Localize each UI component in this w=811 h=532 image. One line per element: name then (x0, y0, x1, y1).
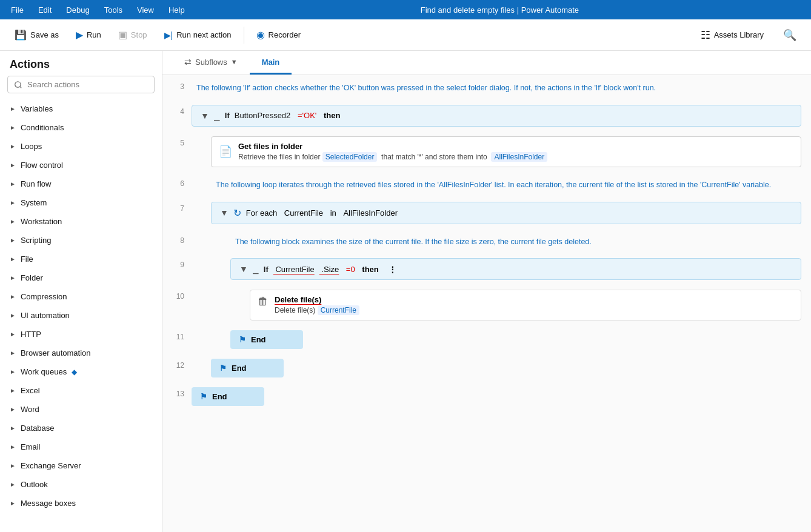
comment-block: The following 'If' action checks whether… (192, 78, 801, 98)
content-area: ⇄ Subflows ▼ Main 3The following 'If' ac… (162, 51, 811, 532)
end-block[interactable]: ⚑ End (230, 330, 303, 349)
sidebar-item-work-queues[interactable]: ► Work queues ◆ (0, 362, 162, 381)
sidebar-item-label: Flow control (21, 161, 63, 170)
sidebar-item-http[interactable]: ► HTTP (0, 325, 162, 344)
sidebar-item-run-flow[interactable]: ► Run flow (0, 175, 162, 193)
sidebar-item-workstation[interactable]: ► Workstation (0, 212, 162, 231)
more-options-icon[interactable]: ⋮ (389, 265, 396, 274)
sidebar-item-system[interactable]: ► System (0, 193, 162, 212)
run-icon: ▶ (76, 29, 83, 41)
stop-label: Stop (131, 30, 147, 39)
menu-file[interactable]: File (5, 3, 30, 17)
if-variable: CurrentFile (273, 265, 315, 274)
collapse-icon[interactable]: ▼ (201, 111, 209, 121)
run-button[interactable]: ▶ Run (68, 25, 108, 44)
recorder-button[interactable]: ◉ Recorder (249, 25, 308, 44)
menu-tools[interactable]: Tools (98, 3, 128, 17)
line-number: 12 (162, 354, 192, 370)
sidebar-item-exchange-server[interactable]: ► Exchange Server (0, 456, 162, 475)
menu-help[interactable]: Help (162, 3, 191, 17)
list-variable: AllFilesInFolder (343, 208, 398, 218)
if-operator: =0 (344, 265, 355, 274)
sidebar-item-excel[interactable]: ► Excel (0, 381, 162, 400)
sidebar-item-browser-automation[interactable]: ► Browser automation (0, 344, 162, 362)
in-keyword: in (328, 208, 338, 218)
line-number: 10 (162, 285, 192, 301)
if-variable: ButtonPressed2 (235, 111, 291, 120)
chevron-right-icon: ► (10, 462, 16, 469)
save-as-button[interactable]: 💾 Save as (7, 25, 66, 44)
line-number: 9 (162, 253, 192, 269)
search-input[interactable] (7, 76, 155, 93)
chevron-right-icon: ► (10, 500, 16, 507)
line-number: 13 (162, 382, 192, 398)
end-flag-icon: ⚑ (219, 364, 227, 373)
menu-debug[interactable]: Debug (60, 3, 95, 17)
sidebar-item-label: Scripting (21, 236, 52, 245)
chevron-right-icon: ► (10, 274, 16, 281)
foreach-block[interactable]: ▼ ↻ For each CurrentFile in AllFilesInFo… (211, 202, 801, 224)
get-files-action[interactable]: 📄 Get files in folder Retrieve the files… (211, 136, 801, 167)
end-label: End (232, 364, 247, 373)
app-title: Find and delete empty files | Power Auto… (193, 5, 806, 15)
flow-row: 12⚑ End (162, 354, 811, 382)
search-button[interactable]: 🔍 (776, 25, 804, 45)
chevron-right-icon: ► (10, 256, 16, 262)
if-block[interactable]: ▼ ⎯ If ButtonPressed2 ='OK' then (192, 105, 801, 127)
stop-button[interactable]: ▣ Stop (111, 25, 155, 44)
collapse-icon[interactable]: ▼ (220, 208, 229, 218)
tab-subflows-label: Subflows (195, 58, 227, 67)
sidebar-item-compression[interactable]: ► Compression (0, 287, 162, 306)
loop-icon: ↻ (233, 207, 241, 219)
assets-library-button[interactable]: ☷ Assets Library (693, 25, 771, 45)
run-next-action-button[interactable]: ▶| Run next action (157, 27, 239, 44)
sidebar-item-label: UI automation (21, 311, 70, 320)
sidebar-item-label: Variables (21, 104, 53, 113)
flow-row: 4 ▼ ⎯ If ButtonPressed2 ='OK' then (162, 100, 811, 131)
sidebar-item-loops[interactable]: ► Loops (0, 137, 162, 156)
sidebar-item-flow-control[interactable]: ► Flow control (0, 156, 162, 175)
sidebar-item-outlook[interactable]: ► Outlook (0, 475, 162, 494)
var-badge-1: SelectedFolder (322, 152, 378, 162)
toolbar: 💾 Save as ▶ Run ▣ Stop ▶| Run next actio… (0, 19, 811, 51)
sidebar-item-ui-automation[interactable]: ► UI automation (0, 306, 162, 325)
line-number: 11 (162, 325, 192, 341)
sidebar-item-conditionals[interactable]: ► Conditionals (0, 118, 162, 137)
sidebar-item-label: Outlook (21, 480, 48, 489)
sidebar-item-message-boxes[interactable]: ► Message boxes (0, 494, 162, 513)
var-badge-current-file: CurrentFile (318, 305, 359, 315)
chevron-right-icon: ► (10, 350, 16, 356)
delete-action-title: Delete file(s) (275, 295, 359, 304)
flow-row: 9 ▼ ⎯ If CurrentFile .Size =0 then ⋮ (162, 253, 811, 285)
chevron-right-icon: ► (10, 331, 16, 337)
sidebar-item-scripting[interactable]: ► Scripting (0, 231, 162, 250)
line-number: 6 (162, 172, 192, 188)
sidebar-item-word[interactable]: ► Word (0, 400, 162, 419)
end-block[interactable]: ⚑ End (192, 387, 264, 406)
chevron-right-icon: ► (10, 387, 16, 394)
then-keyword: then (321, 111, 340, 120)
end-flag-icon: ⚑ (239, 335, 246, 344)
sidebar-item-file[interactable]: ► File (0, 250, 162, 268)
sidebar-item-email[interactable]: ► Email (0, 437, 162, 456)
tab-subflows[interactable]: ⇄ Subflows ▼ (172, 51, 250, 75)
sidebar-item-folder[interactable]: ► Folder (0, 268, 162, 287)
collapse-icon[interactable]: ▼ (239, 264, 248, 274)
subflows-icon: ⇄ (184, 57, 192, 67)
chevron-right-icon: ► (10, 162, 16, 168)
chevron-right-icon: ► (10, 181, 16, 187)
if-keyword: If (225, 111, 230, 120)
delete-files-action[interactable]: 🗑 Delete file(s) Delete file(s) CurrentF… (250, 290, 801, 321)
menu-view[interactable]: View (131, 3, 160, 17)
tab-main[interactable]: Main (250, 52, 292, 75)
var-badge-2: AllFilesInFolder (491, 152, 547, 162)
sidebar-item-label: Conditionals (21, 123, 64, 132)
end-block[interactable]: ⚑ End (211, 359, 284, 377)
menu-bar: File Edit Debug Tools View Help Find and… (0, 0, 811, 19)
sidebar-item-database[interactable]: ► Database (0, 419, 162, 437)
flow-row: 13⚑ End (162, 382, 811, 411)
sidebar-item-variables[interactable]: ► Variables (0, 99, 162, 118)
menu-edit[interactable]: Edit (32, 3, 58, 17)
if-icon: ⎯ (253, 264, 259, 274)
inner-if-block[interactable]: ▼ ⎯ If CurrentFile .Size =0 then ⋮ (230, 258, 801, 280)
